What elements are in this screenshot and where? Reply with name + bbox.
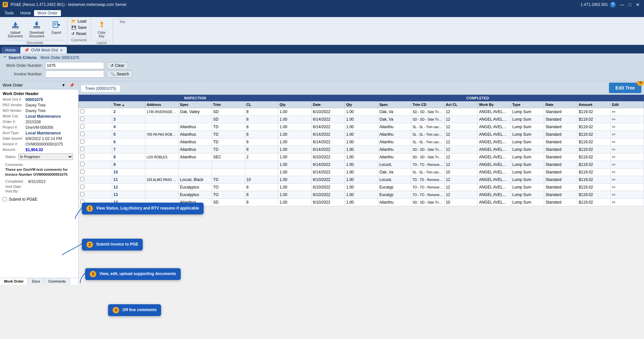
menu-home[interactable]: Home bbox=[17, 10, 34, 16]
row-edit[interactable] bbox=[611, 138, 644, 146]
col-header-tree[interactable]: Tree bbox=[112, 101, 145, 108]
export-button[interactable]: Export bbox=[48, 18, 64, 36]
bottom-tab-workorder[interactable]: Work Order bbox=[0, 278, 28, 285]
row-checkbox[interactable] bbox=[80, 109, 84, 113]
row-edit[interactable] bbox=[611, 176, 644, 184]
ribbon: UploadDocument DownloadDocument bbox=[0, 17, 644, 45]
row-edit[interactable] bbox=[611, 123, 644, 131]
col-header-trimcd[interactable]: Trim CD bbox=[411, 101, 445, 108]
row-cb[interactable] bbox=[79, 131, 112, 138]
row-edit[interactable] bbox=[611, 184, 644, 191]
col-header-rate[interactable]: Rate bbox=[544, 101, 578, 108]
edit-pencil-icon[interactable] bbox=[612, 109, 616, 114]
clear-button[interactable]: ↺ Clear bbox=[107, 62, 128, 69]
edit-pencil-icon[interactable] bbox=[612, 132, 616, 137]
row-cb[interactable] bbox=[79, 123, 112, 131]
row-checkbox[interactable] bbox=[80, 177, 84, 181]
row-cb[interactable] bbox=[79, 108, 112, 116]
panel-dropdown-icon[interactable]: ▼ bbox=[60, 83, 67, 88]
menu-workorder[interactable]: Work Order bbox=[34, 10, 61, 16]
row-cb[interactable] bbox=[79, 191, 112, 199]
row-checkbox[interactable] bbox=[80, 170, 84, 174]
row-edit[interactable] bbox=[611, 199, 644, 206]
edit-pencil-icon[interactable] bbox=[612, 154, 616, 160]
edit-pencil-icon[interactable] bbox=[612, 162, 616, 167]
tab-home[interactable]: Home bbox=[1, 47, 20, 53]
row-checkbox[interactable] bbox=[80, 192, 84, 196]
edit-pencil-icon[interactable] bbox=[612, 124, 616, 130]
edit-pencil-icon[interactable] bbox=[612, 117, 616, 122]
row-checkbox[interactable] bbox=[80, 117, 84, 121]
minimize-button[interactable]: — bbox=[618, 1, 626, 8]
edit-pencil-icon[interactable] bbox=[612, 170, 616, 175]
row-edit[interactable] bbox=[611, 108, 644, 116]
col-header-trim[interactable]: Trim bbox=[212, 101, 245, 108]
color-key-button[interactable]: ColorKey bbox=[94, 18, 110, 39]
row-edit[interactable] bbox=[611, 191, 644, 199]
row-checkbox[interactable] bbox=[80, 147, 84, 151]
row-edit[interactable] bbox=[611, 146, 644, 153]
load-button[interactable]: 📂 Load bbox=[70, 18, 88, 24]
col-header-qty2[interactable]: Qty bbox=[345, 101, 378, 108]
reset-button[interactable]: ↺ Reset bbox=[70, 31, 88, 37]
edit-pencil-icon[interactable] bbox=[612, 192, 616, 197]
edit-tree-button[interactable]: Edit Tree bbox=[609, 83, 641, 93]
invoice-number-input[interactable] bbox=[45, 70, 104, 78]
row-checkbox[interactable] bbox=[80, 139, 84, 144]
row-cb[interactable] bbox=[79, 184, 112, 191]
row-checkbox[interactable] bbox=[80, 132, 84, 136]
help-button[interactable]: ? bbox=[610, 2, 616, 8]
bottom-tab-comments[interactable]: Comments bbox=[44, 278, 70, 285]
download-document-button[interactable]: DownloadDocument bbox=[27, 18, 47, 39]
col-header-actcl[interactable]: Act CL bbox=[444, 101, 478, 108]
row-edit[interactable] bbox=[611, 131, 644, 138]
row-cb[interactable] bbox=[79, 176, 112, 184]
panel-pin-icon[interactable]: 📌 bbox=[68, 83, 76, 88]
row-cb[interactable] bbox=[79, 161, 112, 169]
col-header-workby[interactable]: Work By bbox=[478, 101, 511, 108]
menu-tools[interactable]: Tools bbox=[1, 10, 17, 16]
col-header-amount[interactable]: Amount bbox=[577, 101, 611, 108]
close-button[interactable]: ✕ bbox=[634, 1, 641, 8]
table-container[interactable]: INSPECTION COMPLETED Tree Address Spec T… bbox=[79, 95, 644, 285]
edit-pencil-icon[interactable] bbox=[612, 200, 616, 205]
col-header-qty[interactable]: Qty bbox=[278, 101, 312, 108]
row-address bbox=[145, 138, 179, 146]
col-header-type[interactable]: Type bbox=[511, 101, 544, 108]
col-header-date[interactable]: Date bbox=[311, 101, 345, 108]
edit-pencil-icon[interactable] bbox=[612, 185, 616, 190]
collapse-icon[interactable]: ⌃ bbox=[3, 55, 7, 60]
row-edit[interactable] bbox=[611, 169, 644, 176]
col-header-spec[interactable]: Spec bbox=[178, 101, 212, 108]
search-button[interactable]: 🔍 Search bbox=[107, 70, 133, 78]
upload-document-button[interactable]: UploadDocument bbox=[5, 18, 26, 39]
status-select[interactable]: In Progress+ Completed Void bbox=[18, 153, 73, 160]
edit-pencil-icon[interactable] bbox=[612, 147, 616, 152]
maximize-button[interactable]: □ bbox=[626, 1, 634, 8]
row-cb[interactable] bbox=[79, 116, 112, 123]
row-cb[interactable] bbox=[79, 153, 112, 161]
row-edit[interactable] bbox=[611, 153, 644, 161]
tab-ovm-workorder[interactable]: 📌 OVM Work Ord ✕ bbox=[20, 47, 67, 53]
col-header-address[interactable]: Address bbox=[145, 101, 179, 108]
tab-close-icon[interactable]: ✕ bbox=[60, 48, 63, 52]
wo-number-input[interactable] bbox=[45, 62, 104, 69]
row-cb[interactable] bbox=[79, 169, 112, 176]
row-edit[interactable] bbox=[611, 116, 644, 123]
trees-tab[interactable]: Trees (00001075) bbox=[81, 85, 120, 92]
bottom-tab-docs[interactable]: Docs bbox=[28, 278, 44, 285]
row-workby: ANGEL AVELAR RUIZ bbox=[478, 199, 511, 206]
row-cb[interactable] bbox=[79, 138, 112, 146]
edit-pencil-icon[interactable] bbox=[612, 177, 616, 182]
col-header-cl[interactable]: CL bbox=[245, 101, 278, 108]
row-checkbox[interactable] bbox=[80, 185, 84, 189]
edit-pencil-icon[interactable] bbox=[612, 139, 616, 145]
row-checkbox[interactable] bbox=[80, 124, 84, 129]
submit-checkbox[interactable] bbox=[3, 197, 7, 201]
save-button[interactable]: 💾 Save bbox=[70, 25, 88, 30]
row-cb[interactable] bbox=[79, 146, 112, 153]
col-header-spec2[interactable]: Spec bbox=[378, 101, 411, 108]
row-checkbox[interactable] bbox=[80, 154, 84, 159]
row-edit[interactable] bbox=[611, 161, 644, 169]
row-checkbox[interactable] bbox=[80, 162, 84, 166]
